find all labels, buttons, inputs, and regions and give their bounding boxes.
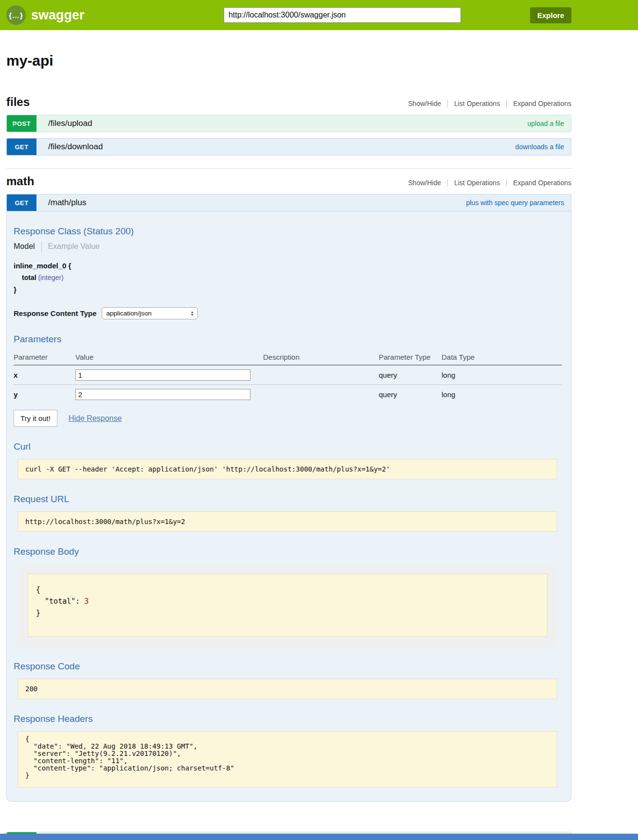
- param-data-type: long: [442, 386, 562, 402]
- col-description: Description: [263, 350, 379, 365]
- explore-button[interactable]: Explore: [530, 7, 571, 23]
- top-header-bar: {…} swagger Explore: [0, 0, 638, 30]
- model-open-brace: inline_model_0 {: [14, 262, 562, 270]
- brand-title: swagger: [31, 8, 85, 23]
- operation-detail-panel: Response Class (Status 200) Model Exampl…: [6, 211, 571, 802]
- method-badge-get[interactable]: GET: [7, 139, 36, 155]
- json-key: "total":: [36, 597, 84, 606]
- col-data-type: Data Type: [442, 350, 562, 365]
- show-hide-link[interactable]: Show/Hide: [402, 100, 447, 107]
- param-type: query: [379, 386, 442, 402]
- try-it-out-button[interactable]: Try it out!: [14, 410, 57, 427]
- files-section-controls: Show/Hide List Operations Expand Operati…: [402, 100, 571, 107]
- col-parameter-type: Parameter Type: [379, 350, 442, 365]
- param-name: x: [14, 367, 75, 383]
- operation-get-math-plus: GET /math/plus plus with spec query para…: [6, 194, 571, 802]
- page-title: my-api: [6, 52, 571, 69]
- operation-summary[interactable]: plus with spec query parameters: [466, 199, 564, 207]
- select-arrows-icon: ▲▼: [191, 311, 194, 316]
- model-tabs: Model Example Value: [14, 241, 562, 252]
- method-badge-post[interactable]: POST: [7, 115, 36, 132]
- tab-example-value[interactable]: Example Value: [48, 242, 100, 251]
- response-content-type-label: Response Content Type: [14, 309, 97, 317]
- param-row-x: x query long: [14, 366, 562, 385]
- response-headers-block: { "date": "Wed, 22 Aug 2018 18:49:13 GMT…: [18, 731, 557, 788]
- col-parameter: Parameter: [14, 350, 75, 365]
- spec-url-input[interactable]: [224, 7, 461, 23]
- files-section-header: files Show/Hide List Operations Expand O…: [6, 95, 571, 109]
- response-body-json: { "total": 3 }: [28, 574, 548, 637]
- operation-summary[interactable]: downloads a file: [515, 143, 564, 151]
- parameters-table-header: Parameter Value Description Parameter Ty…: [14, 350, 562, 366]
- hide-response-link[interactable]: Hide Response: [69, 414, 122, 423]
- operation-row-get-math-plus[interactable]: GET /math/plus plus with spec query para…: [6, 194, 571, 211]
- curl-command-block: curl -X GET --header 'Accept: applicatio…: [18, 459, 557, 479]
- operation-path[interactable]: /files/download: [48, 142, 103, 152]
- model-signature: inline_model_0 { total (integer) }: [14, 262, 562, 294]
- response-code-heading: Response Code: [14, 661, 562, 672]
- selected-content-type: application/json: [106, 310, 152, 317]
- swagger-logo-icon: {…}: [6, 5, 26, 25]
- operation-path[interactable]: /math/plus: [48, 198, 86, 208]
- list-operations-link[interactable]: List Operations: [447, 179, 506, 187]
- param-y-value-input[interactable]: [75, 389, 250, 400]
- param-type: query: [379, 367, 442, 383]
- param-row-y: y query long: [14, 385, 562, 404]
- model-property-type: (integer): [38, 274, 63, 281]
- json-number-value: 3: [84, 597, 89, 606]
- math-section-controls: Show/Hide List Operations Expand Operati…: [402, 179, 571, 187]
- response-body-heading: Response Body: [14, 546, 562, 557]
- request-url-heading: Request URL: [14, 494, 562, 505]
- response-content-type-row: Response Content Type application/json ▲…: [14, 307, 562, 319]
- expand-operations-link[interactable]: Expand Operations: [506, 100, 571, 107]
- json-open-brace: {: [36, 585, 40, 594]
- operation-row-post-files-upload[interactable]: POST /files/upload upload a file: [6, 115, 571, 132]
- math-section-title: math: [6, 175, 34, 188]
- request-url-block: http://localhost:3000/math/plus?x=1&y=2: [18, 511, 557, 532]
- math-section-header: math Show/Hide List Operations Expand Op…: [6, 175, 571, 188]
- operation-summary[interactable]: upload a file: [527, 120, 564, 127]
- bottom-blue-bar: [0, 834, 638, 840]
- response-headers-heading: Response Headers: [14, 714, 562, 724]
- files-section-title: files: [6, 95, 30, 109]
- param-name: y: [14, 386, 75, 402]
- tab-separator: [41, 241, 42, 252]
- response-class-heading: Response Class (Status 200): [14, 226, 562, 237]
- param-description: [263, 371, 379, 379]
- curl-heading: Curl: [14, 441, 562, 452]
- model-close-brace: }: [14, 285, 562, 294]
- response-content-type-select[interactable]: application/json ▲▼: [102, 307, 198, 319]
- param-data-type: long: [442, 367, 562, 383]
- param-description: [263, 391, 379, 399]
- json-close-brace: }: [36, 609, 40, 617]
- response-body-wrapper: { "total": 3 }: [18, 565, 557, 647]
- section-divider: [6, 168, 571, 169]
- tab-model[interactable]: Model: [14, 242, 35, 251]
- operation-path[interactable]: /files/upload: [48, 119, 92, 128]
- method-badge-get[interactable]: GET: [7, 194, 36, 211]
- response-code-block: 200: [18, 679, 557, 699]
- expand-operations-link[interactable]: Expand Operations: [506, 179, 571, 187]
- operation-row-get-files-download[interactable]: GET /files/download downloads a file: [6, 138, 571, 156]
- parameters-heading: Parameters: [14, 334, 562, 345]
- logo-glyph: {…}: [9, 11, 23, 19]
- col-value: Value: [75, 350, 263, 365]
- model-property-name: total: [22, 274, 36, 281]
- param-x-value-input[interactable]: [75, 369, 250, 381]
- list-operations-link[interactable]: List Operations: [447, 100, 506, 107]
- show-hide-link[interactable]: Show/Hide: [402, 179, 447, 187]
